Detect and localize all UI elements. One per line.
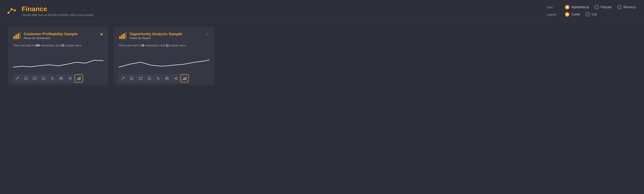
svg-point-37	[176, 77, 177, 78]
svg-point-19	[70, 79, 72, 80]
card-2-title: Opportunity Analysis Sample	[130, 32, 203, 36]
card-1-title-area: Customer Profitability Sample Power BI, …	[24, 32, 97, 40]
svg-rect-5	[14, 36, 15, 39]
svg-line-3	[8, 9, 12, 13]
card-1-stats-mid: interactions and	[40, 44, 61, 47]
header-controls: Sort Alphabetical Popular Recency Layout	[547, 5, 636, 17]
card-1-info-btn[interactable]: i	[22, 74, 30, 83]
finance-logo-icon	[6, 4, 18, 17]
card-2-star[interactable]: ☆	[206, 32, 209, 37]
svg-point-17	[70, 77, 72, 78]
sort-recency-label: Recency	[624, 5, 636, 9]
sort-recency-radio[interactable]	[617, 5, 622, 9]
layout-cards-radio[interactable]	[565, 12, 570, 17]
card-2-header: Opportunity Analysis Sample Power BI, Re…	[119, 32, 209, 41]
svg-rect-44	[186, 77, 186, 80]
card-1-search-btn[interactable]	[48, 74, 56, 83]
card-1-stats-prefix: There are total of	[13, 44, 35, 47]
sort-popular-radio[interactable]	[594, 5, 599, 9]
svg-line-41	[175, 79, 176, 79]
card-2-chart	[119, 51, 209, 69]
card-2-open-btn[interactable]	[119, 74, 127, 83]
card-1-stats: There are total of 190 interactions and …	[13, 43, 104, 48]
svg-point-39	[176, 79, 177, 80]
svg-text:i: i	[132, 78, 132, 80]
svg-point-38	[174, 78, 175, 79]
sort-control-row: Sort Alphabetical Popular Recency	[547, 5, 636, 9]
card-2-share-btn[interactable]	[172, 74, 180, 83]
svg-point-18	[68, 78, 69, 79]
card-2-actions: i ?	[119, 72, 209, 85]
card-2-interactions: 19	[141, 44, 144, 47]
content-area: Customer Profitability Sample Power BI, …	[0, 21, 644, 91]
sort-popular[interactable]: Popular	[594, 5, 612, 9]
sort-alphabetical-label: Alphabetical	[571, 5, 589, 9]
sort-alphabetical[interactable]: Alphabetical	[565, 5, 589, 9]
header-text: Finance Use the filter icon on the left …	[22, 5, 94, 17]
card-2-stats-mid: interactions and	[144, 44, 166, 47]
svg-rect-23	[78, 78, 79, 80]
card-2-stats-prefix: There are total of	[119, 44, 141, 47]
sort-recency[interactable]: Recency	[617, 5, 636, 9]
svg-line-34	[159, 79, 160, 80]
layout-control-row: Layout Cards List	[547, 12, 597, 17]
svg-rect-24	[80, 77, 80, 80]
svg-line-40	[175, 78, 176, 78]
card-2-chart-btn[interactable]	[180, 74, 189, 83]
page-subtitle: Use the filter icon on the left to furth…	[22, 13, 94, 17]
card-1-unique-users: 21	[61, 44, 64, 47]
svg-text:?: ?	[43, 78, 44, 80]
card-2-info-btn[interactable]: i	[128, 74, 136, 83]
card-2-title-area: Opportunity Analysis Sample Power BI, Re…	[130, 32, 203, 40]
svg-rect-7	[18, 33, 19, 39]
card-2-unique-users: 11	[166, 44, 169, 47]
svg-rect-8	[20, 32, 20, 39]
svg-rect-28	[125, 32, 126, 39]
svg-rect-25	[119, 36, 121, 39]
card-1-interactions: 190	[35, 44, 40, 47]
page-header: Finance Use the filter icon on the left …	[0, 0, 644, 21]
card-1-title: Customer Profitability Sample	[24, 32, 97, 36]
card-2-stats-suffix: unique users.	[169, 44, 186, 47]
card-1-subtitle: Power BI, Dashboard	[24, 37, 97, 40]
card-2-users-btn[interactable]	[163, 74, 171, 83]
svg-line-14	[53, 79, 54, 80]
sort-alphabetical-radio[interactable]	[565, 5, 570, 9]
svg-rect-27	[123, 33, 125, 39]
layout-cards[interactable]: Cards	[565, 12, 580, 17]
card-2-icon	[119, 32, 127, 41]
card-opportunity-analysis: Opportunity Analysis Sample Power BI, Re…	[114, 27, 214, 85]
svg-rect-22	[77, 78, 78, 80]
layout-list-label: List	[592, 13, 597, 16]
svg-point-15	[60, 77, 61, 79]
card-2-stats: There are total of 19 interactions and 1…	[119, 43, 209, 48]
svg-rect-6	[16, 35, 17, 39]
svg-point-35	[166, 77, 167, 79]
sort-radio-group: Alphabetical Popular Recency	[565, 5, 636, 9]
card-1-header: Customer Profitability Sample Power BI, …	[13, 32, 104, 41]
layout-list-radio[interactable]	[586, 12, 590, 17]
svg-point-36	[168, 77, 168, 78]
card-2-comment-btn[interactable]	[136, 74, 145, 83]
svg-text:i: i	[26, 78, 26, 80]
card-1-users-btn[interactable]	[57, 74, 65, 83]
layout-list[interactable]: List	[586, 12, 597, 17]
card-2-help-btn[interactable]: ?	[145, 74, 154, 83]
card-1-comment-btn[interactable]	[30, 74, 39, 83]
card-1-help-btn[interactable]: ?	[39, 74, 48, 83]
card-2-subtitle: Power BI, Report	[130, 37, 203, 40]
card-1-open-btn[interactable]	[13, 74, 21, 83]
svg-rect-42	[183, 78, 184, 80]
card-customer-profitability: Customer Profitability Sample Power BI, …	[8, 27, 108, 85]
card-1-share-btn[interactable]	[66, 74, 74, 83]
card-1-chart-btn[interactable]	[74, 74, 83, 83]
card-1-icon	[13, 32, 21, 41]
svg-rect-26	[121, 35, 123, 39]
card-2-search-btn[interactable]	[154, 74, 162, 83]
card-1-star[interactable]: ★	[100, 32, 104, 37]
layout-label: Layout	[547, 13, 559, 16]
header-left: Finance Use the filter icon on the left …	[6, 4, 94, 17]
layout-cards-label: Cards	[571, 13, 580, 16]
layout-radio-group: Cards List	[565, 12, 597, 17]
sort-label: Sort	[547, 5, 559, 9]
